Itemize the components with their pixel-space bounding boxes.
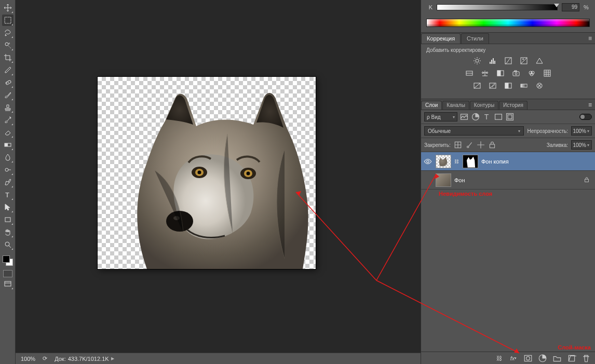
lock-brush-icon[interactable]: [465, 141, 474, 149]
crop-tool[interactable]: [2, 52, 13, 63]
svg-rect-0: [5, 17, 11, 23]
lock-label: Закрепить:: [424, 142, 451, 148]
svg-rect-31: [497, 71, 501, 76]
svg-rect-6: [5, 143, 8, 146]
filter-type-icon[interactable]: T: [482, 112, 492, 122]
tab-correction[interactable]: Коррекция: [421, 33, 461, 44]
levels-icon[interactable]: [488, 56, 498, 65]
channel-mixer-icon[interactable]: [526, 69, 537, 78]
shape-tool[interactable]: [2, 214, 13, 225]
layer-mask-thumbnail[interactable]: [463, 155, 478, 168]
blend-mode-dropdown[interactable]: Обычные▾: [424, 126, 524, 136]
posterize-icon[interactable]: [488, 81, 498, 90]
layer-thumbnail[interactable]: [436, 155, 451, 168]
pen-tool[interactable]: [2, 177, 13, 188]
svg-rect-43: [521, 84, 527, 87]
fill-value[interactable]: 100%▾: [571, 140, 592, 150]
fx-icon[interactable]: fx▾: [509, 354, 518, 363]
gradient-tool[interactable]: [2, 139, 13, 151]
document-canvas[interactable]: [98, 77, 316, 269]
layer-filter-dropdown[interactable]: ρ Вид▾: [424, 112, 457, 122]
layer-row-background[interactable]: Фон: [421, 171, 595, 190]
rotate-view-icon[interactable]: ⟳: [43, 355, 47, 362]
filter-adjust-icon[interactable]: [471, 112, 480, 122]
hue-icon[interactable]: [464, 69, 475, 78]
foreground-color-swatch[interactable]: [3, 255, 10, 263]
canvas-area[interactable]: [16, 0, 421, 353]
zoom-tool[interactable]: [2, 239, 13, 250]
selective-color-icon[interactable]: [534, 81, 545, 90]
marquee-tool[interactable]: [2, 15, 13, 26]
curves-icon[interactable]: [503, 56, 513, 65]
new-layer-icon[interactable]: [567, 354, 576, 363]
stamp-tool[interactable]: [2, 102, 13, 113]
tab-channels[interactable]: Каналы: [442, 101, 469, 110]
photo-filter-icon[interactable]: [511, 69, 521, 78]
add-mask-icon[interactable]: [523, 354, 533, 363]
doc-info-label: Док:: [55, 356, 66, 362]
dodge-tool[interactable]: [2, 164, 13, 176]
mask-link-icon[interactable]: ⛓: [454, 159, 459, 164]
threshold-icon[interactable]: [503, 81, 513, 90]
filter-smart-icon[interactable]: [505, 112, 515, 122]
zoom-level[interactable]: 100%: [21, 356, 35, 362]
layer-thumbnail[interactable]: [436, 173, 451, 187]
healing-tool[interactable]: [2, 77, 13, 88]
k-channel-label: K: [426, 4, 432, 10]
svg-point-19: [247, 172, 250, 176]
layer-name[interactable]: Фон копия: [481, 158, 509, 165]
lock-position-icon[interactable]: [477, 141, 485, 149]
eyedropper-tool[interactable]: [2, 64, 13, 76]
color-lookup-icon[interactable]: [542, 69, 552, 78]
move-tool[interactable]: [2, 2, 13, 14]
history-brush-tool[interactable]: [2, 114, 13, 126]
layers-panel-menu[interactable]: ≡: [588, 101, 592, 109]
quick-select-tool[interactable]: [2, 39, 13, 51]
lock-pixels-icon[interactable]: [454, 141, 462, 149]
filter-shape-icon[interactable]: [494, 112, 503, 122]
tab-layers[interactable]: Слои: [421, 101, 442, 110]
k-value[interactable]: 99: [562, 3, 579, 11]
opacity-value[interactable]: 100%▾: [571, 126, 592, 136]
tab-paths[interactable]: Контуры: [470, 101, 498, 110]
brightness-icon[interactable]: [472, 56, 482, 65]
gradient-map-icon[interactable]: [519, 81, 529, 90]
link-layers-icon[interactable]: ⛓: [494, 354, 504, 363]
blur-tool[interactable]: [2, 152, 13, 163]
left-toolbar: T: [0, 0, 16, 364]
layer-filter-toggle[interactable]: [579, 114, 592, 120]
path-select-tool[interactable]: [2, 201, 13, 213]
tab-history[interactable]: История: [499, 101, 528, 110]
new-adjustment-icon[interactable]: [538, 354, 547, 363]
lasso-tool[interactable]: [2, 27, 13, 38]
eraser-tool[interactable]: [2, 127, 13, 138]
doc-info-menu-arrow[interactable]: ▶: [111, 356, 114, 361]
type-tool[interactable]: T: [2, 189, 13, 200]
svg-rect-52: [490, 144, 494, 148]
svg-point-33: [515, 73, 517, 75]
vibrance-icon[interactable]: [534, 56, 545, 65]
exposure-icon[interactable]: [519, 56, 529, 65]
adjustments-panel-menu[interactable]: ≡: [588, 35, 592, 42]
visibility-empty-icon[interactable]: [423, 176, 432, 185]
layer-name[interactable]: Фон: [454, 177, 465, 183]
invert-icon[interactable]: [472, 81, 482, 90]
layer-row-copy[interactable]: ⛓ Фон копия: [421, 152, 595, 171]
screen-mode-toggle[interactable]: [2, 278, 13, 290]
delete-layer-icon[interactable]: [582, 354, 591, 363]
color-balance-icon[interactable]: [480, 69, 490, 78]
svg-rect-42: [505, 83, 508, 88]
black-white-icon[interactable]: [495, 69, 506, 78]
color-spectrum[interactable]: [426, 19, 590, 27]
svg-rect-21: [490, 62, 491, 64]
lock-all-icon[interactable]: [488, 141, 496, 149]
k-slider[interactable]: [437, 4, 558, 10]
new-group-icon[interactable]: [552, 354, 562, 363]
brush-tool[interactable]: [2, 89, 13, 101]
color-swatches[interactable]: [2, 254, 14, 267]
hand-tool[interactable]: [2, 226, 13, 238]
quick-mask-toggle[interactable]: [3, 270, 12, 277]
tab-styles[interactable]: Стили: [461, 33, 489, 44]
filter-pixel-icon[interactable]: [459, 112, 469, 122]
visibility-eye-icon[interactable]: [423, 157, 432, 166]
